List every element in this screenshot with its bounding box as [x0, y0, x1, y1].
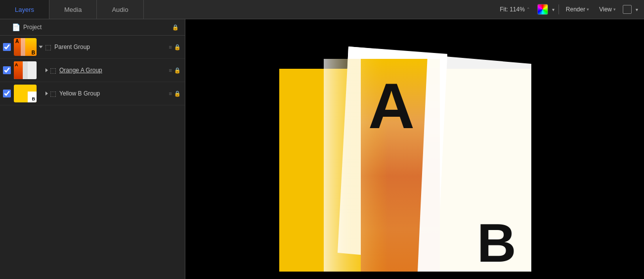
main-area: 📄 Project 🔒 A B ⬚ Parent Group ≡ — [0, 19, 644, 279]
left-panel: 📄 Project 🔒 A B ⬚ Parent Group ≡ — [0, 19, 185, 279]
yellow-b-thumb: B — [14, 85, 37, 102]
topbar: Layers Media Audio Fit: 114% ⌃ ▾ Render … — [0, 0, 644, 19]
view-chevron-icon: ▾ — [613, 7, 616, 12]
tab-layers[interactable]: Layers — [0, 0, 49, 19]
project-row: 📄 Project 🔒 — [0, 19, 185, 36]
color-picker-button[interactable] — [537, 4, 548, 15]
orange-a-expand-icon[interactable] — [45, 68, 48, 72]
fit-chevron-icon: ⌃ — [526, 7, 530, 12]
topbar-controls: Fit: 114% ⌃ ▾ Render ▾ View ▾ ▾ — [497, 4, 644, 15]
file-icon: 📄 — [12, 23, 20, 31]
orange-a-lock-icon: 🔒 — [174, 67, 181, 74]
orange-a-folder-icon: ⬚ — [50, 66, 56, 74]
orange-a-actions: ≡ 🔒 — [169, 67, 181, 74]
canvas-svg: A B — [185, 19, 644, 279]
view-button[interactable]: View ▾ — [596, 4, 619, 14]
yellow-b-expand-icon[interactable] — [45, 92, 48, 95]
parent-group-folder-icon: ⬚ — [45, 43, 51, 51]
yellow-b-actions: ≡ 🔒 — [169, 91, 181, 97]
orange-a-label: Orange A Group — [59, 67, 166, 74]
parent-group-lock-icon: 🔒 — [174, 44, 181, 50]
parent-group-stack-icon: ≡ — [169, 44, 172, 50]
canvas-area: A B — [185, 19, 644, 279]
aspect-ratio-button[interactable] — [623, 5, 632, 14]
svg-text:B: B — [477, 212, 516, 273]
yellow-b-label: Yellow B Group — [59, 90, 166, 97]
yellow-b-lock-icon: 🔒 — [174, 91, 181, 97]
yellow-b-folder-icon: ⬚ — [50, 90, 56, 97]
orange-a-stack-icon: ≡ — [169, 67, 172, 73]
parent-group-checkbox[interactable] — [3, 43, 11, 51]
yellow-b-checkbox[interactable] — [3, 90, 11, 97]
orange-a-row[interactable]: A ⬚ Orange A Group ≡ 🔒 — [0, 59, 185, 82]
parent-group-actions: ≡ 🔒 — [169, 44, 181, 50]
layer-row[interactable]: A B ⬚ Parent Group ≡ 🔒 — [0, 36, 185, 59]
render-button[interactable]: Render ▾ — [563, 4, 592, 14]
yellow-b-stack-icon: ≡ — [169, 91, 172, 96]
fit-zoom-button[interactable]: Fit: 114% ⌃ — [497, 4, 533, 14]
parent-group-label: Parent Group — [54, 44, 166, 50]
divider — [558, 4, 559, 14]
project-label: Project — [23, 24, 42, 31]
tab-group: Layers Media Audio — [0, 0, 144, 19]
parent-group-thumb: A B — [14, 38, 37, 56]
parent-group-expand-icon[interactable] — [39, 46, 43, 48]
render-chevron-icon: ▾ — [587, 7, 589, 12]
aspect-chevron-icon: ▾ — [636, 7, 638, 12]
project-lock-icon: 🔒 — [172, 24, 179, 31]
tab-audio[interactable]: Audio — [97, 0, 143, 19]
yellow-b-row[interactable]: B ⬚ Yellow B Group ≡ 🔒 — [0, 82, 185, 105]
color-chevron-icon: ▾ — [552, 7, 555, 12]
svg-text:A: A — [368, 70, 415, 142]
tab-media[interactable]: Media — [49, 0, 97, 19]
orange-a-thumb: A — [14, 61, 37, 79]
orange-a-checkbox[interactable] — [3, 66, 11, 74]
